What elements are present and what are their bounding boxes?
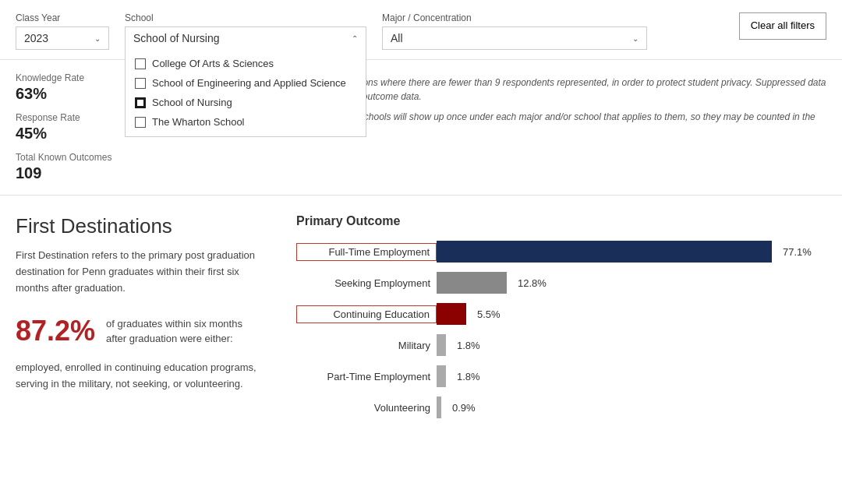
chart-title: Primary Outcome (296, 214, 826, 228)
total-outcomes-stat: Total Known Outcomes 109 (16, 152, 148, 182)
class-year-label: Class Year (16, 12, 109, 23)
bar-row: Full-Time Employment77.1% (296, 241, 826, 263)
bar-value: 1.8% (457, 371, 480, 382)
school-select[interactable]: School of Nursing ⌃ (125, 26, 366, 49)
school-arts-label: College Of Arts & Sciences (152, 58, 274, 69)
bar-label: Seeking Employment (296, 277, 437, 289)
big-percentage: 87.2% (16, 315, 95, 347)
bar-container: 1.8% (437, 334, 480, 356)
percent-description: of graduates within six months after gra… (106, 316, 265, 347)
chart-section: Primary Outcome Full-Time Employment77.1… (296, 214, 826, 418)
chevron-down-icon-major: ⌄ (632, 34, 639, 43)
bar-chart: Full-Time Employment77.1%Seeking Employm… (296, 241, 826, 418)
bar-label: Part-Time Employment (296, 371, 437, 382)
bar-label: Volunteering (296, 402, 437, 414)
bar-container: 77.1% (437, 241, 812, 263)
bar-row: Military1.8% (296, 334, 826, 356)
school-dropdown-menu: College Of Arts & Sciences School of Eng… (125, 49, 366, 137)
bar-fill (437, 272, 507, 294)
bar-label: Continuing Education (296, 305, 437, 323)
bar-container: 0.9% (437, 397, 476, 418)
school-engineering-checkbox[interactable] (135, 78, 146, 89)
bar-fill (437, 397, 441, 418)
major-select[interactable]: All ⌄ (382, 26, 647, 50)
clear-filters-button[interactable]: Clear all filters (739, 12, 826, 40)
major-value: All (391, 32, 403, 44)
class-year-value: 2023 (24, 32, 48, 44)
first-destinations-section: First Destinations First Destination ref… (16, 214, 265, 418)
school-nursing-checkbox[interactable] (135, 97, 146, 108)
bar-fill (437, 365, 446, 387)
bar-value: 1.8% (457, 340, 480, 351)
major-filter: Major / Concentration All ⌄ (382, 12, 647, 50)
bar-fill (437, 241, 772, 263)
bar-fill (437, 334, 446, 356)
school-option-arts[interactable]: College Of Arts & Sciences (126, 54, 366, 73)
school-label: School (125, 12, 366, 23)
bar-row: Seeking Employment12.8% (296, 272, 826, 294)
outcome-note: employed, enrolled in continuing educati… (16, 360, 265, 393)
total-outcomes-value: 109 (16, 164, 148, 182)
bar-container: 1.8% (437, 365, 480, 387)
main-content: First Destinations First Destination ref… (0, 196, 842, 437)
bar-label: Full-Time Employment (296, 243, 437, 261)
bar-row: Volunteering0.9% (296, 397, 826, 418)
bar-container: 5.5% (437, 303, 501, 325)
class-year-select[interactable]: 2023 ⌄ (16, 26, 109, 50)
bar-value: 5.5% (477, 308, 501, 320)
chevron-up-icon: ⌃ (352, 34, 358, 43)
bar-container: 12.8% (437, 272, 547, 294)
bar-label: Military (296, 340, 437, 351)
bar-row: Part-Time Employment1.8% (296, 365, 826, 387)
school-wharton-checkbox[interactable] (135, 117, 146, 128)
bar-value: 77.1% (783, 246, 812, 258)
bar-row: Continuing Education5.5% (296, 303, 826, 325)
school-arts-checkbox[interactable] (135, 58, 146, 69)
school-option-wharton[interactable]: The Wharton School (126, 112, 366, 132)
school-option-nursing[interactable]: School of Nursing (126, 93, 366, 112)
total-outcomes-label: Total Known Outcomes (16, 152, 148, 163)
school-nursing-label: School of Nursing (152, 97, 232, 108)
bar-fill (437, 303, 466, 325)
bar-value: 0.9% (452, 402, 476, 414)
chevron-down-icon: ⌄ (94, 34, 101, 43)
first-destinations-desc: First Destination refers to the primary … (16, 248, 265, 296)
class-year-filter: Class Year 2023 ⌄ (16, 12, 109, 50)
school-value: School of Nursing (133, 32, 220, 44)
school-wharton-label: The Wharton School (152, 116, 245, 128)
school-filter: School School of Nursing ⌃ College Of Ar… (125, 12, 366, 49)
school-option-engineering[interactable]: School of Engineering and Applied Scienc… (126, 73, 366, 93)
first-destinations-title: First Destinations (16, 214, 265, 238)
major-label: Major / Concentration (382, 12, 647, 23)
percentage-highlight: 87.2% of graduates within six months aft… (16, 315, 265, 347)
filters-bar: Class Year 2023 ⌄ School School of Nursi… (0, 0, 842, 60)
bar-value: 12.8% (518, 277, 547, 289)
school-engineering-label: School of Engineering and Applied Scienc… (152, 77, 346, 89)
